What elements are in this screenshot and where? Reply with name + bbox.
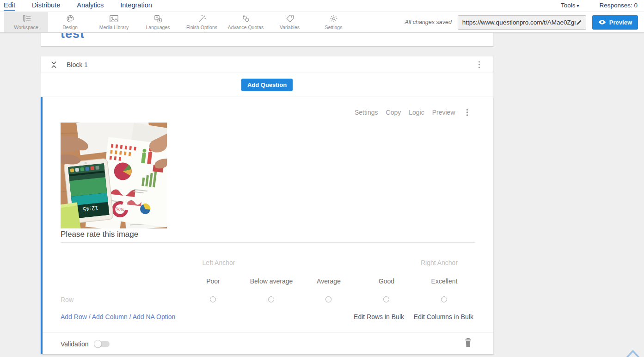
edit-columns-in-bulk-link[interactable]: Edit Columns in Bulk bbox=[414, 313, 473, 320]
chevron-down-icon: ▾ bbox=[577, 3, 579, 8]
column-header-excellent[interactable]: Excellent bbox=[431, 277, 458, 285]
nav-tab-analytics[interactable]: Analytics bbox=[77, 1, 104, 11]
add-column-link[interactable]: Add Column bbox=[92, 313, 128, 320]
toolbar-label: Advance Quotas bbox=[228, 25, 264, 30]
divider bbox=[43, 332, 493, 332]
responses-count[interactable]: Responses: 0 bbox=[599, 2, 638, 10]
block-header: Block 1 bbox=[41, 56, 493, 73]
radio-good[interactable] bbox=[383, 296, 389, 302]
nav-tab-distribute[interactable]: Distribute bbox=[32, 1, 60, 11]
radio-poor[interactable] bbox=[210, 296, 216, 302]
questionpro-survey-editor: { "nav": { "items": [ { "label": "Edit",… bbox=[0, 0, 644, 357]
question-settings-link[interactable]: Settings bbox=[355, 109, 378, 116]
toolbar-languages[interactable]: Languages bbox=[136, 12, 180, 32]
toggle-knob bbox=[94, 340, 102, 348]
toolbar-design[interactable]: Design bbox=[48, 12, 92, 32]
survey-title-card: test bbox=[41, 33, 493, 46]
left-anchor-field[interactable]: Left Anchor bbox=[202, 259, 235, 266]
preview-button[interactable]: Preview bbox=[592, 15, 638, 30]
question-image: 50% bbox=[61, 123, 167, 228]
question-prompt[interactable]: Please rate this image bbox=[61, 230, 138, 239]
toolbar-advance-quotas[interactable]: Advance Quotas bbox=[224, 12, 268, 32]
nav-tab-edit[interactable]: Edit bbox=[4, 1, 15, 11]
radio-excellent[interactable] bbox=[441, 296, 447, 302]
column-header-average[interactable]: Average bbox=[317, 277, 341, 285]
survey-editor-canvas: test Block 1 Add Question Settings Copy … bbox=[41, 33, 493, 354]
validation-row: Validation bbox=[61, 340, 110, 348]
toolbar-media-library[interactable]: Media Library bbox=[92, 12, 136, 32]
column-header-below-average[interactable]: Below average bbox=[250, 277, 293, 285]
toolbar-workspace[interactable]: Workspace bbox=[4, 12, 48, 32]
toolbar-right: All changes saved https://www.questionpr… bbox=[405, 12, 644, 32]
delete-question-icon[interactable] bbox=[465, 338, 472, 349]
column-header-poor[interactable]: Poor bbox=[206, 277, 220, 285]
survey-title[interactable]: test bbox=[61, 33, 493, 41]
pencil-icon[interactable] bbox=[576, 19, 583, 26]
toolbar-label: Languages bbox=[146, 25, 170, 30]
toolbar-settings[interactable]: Settings bbox=[312, 12, 356, 32]
row-label-field[interactable]: Row bbox=[61, 296, 74, 303]
separator: / bbox=[129, 313, 133, 320]
radio-average[interactable] bbox=[325, 296, 331, 302]
scroll-to-top-icon[interactable] bbox=[625, 348, 641, 357]
nav-items: Edit Distribute Analytics Integration bbox=[4, 1, 152, 11]
collapse-block-icon[interactable] bbox=[51, 61, 57, 69]
add-question-row: Add Question bbox=[41, 73, 493, 97]
question-actions: Settings Copy Logic Preview bbox=[355, 107, 469, 117]
palette-icon bbox=[66, 14, 75, 23]
right-anchor-field[interactable]: Right Anchor bbox=[421, 259, 458, 266]
add-options-links: Add Row / Add Column / Add NA Option bbox=[61, 313, 175, 320]
question-logic-link[interactable]: Logic bbox=[409, 109, 424, 116]
add-question-button[interactable]: Add Question bbox=[241, 79, 293, 91]
editor-toolbar: Workspace Design Media Library Languages… bbox=[0, 12, 644, 33]
radio-below-average[interactable] bbox=[268, 296, 274, 302]
preview-button-label: Preview bbox=[609, 19, 632, 26]
nav-tab-integration[interactable]: Integration bbox=[120, 1, 152, 11]
add-na-option-link[interactable]: Add NA Option bbox=[133, 313, 176, 320]
validation-label: Validation bbox=[61, 340, 88, 348]
toolbar-label: Variables bbox=[280, 25, 300, 30]
column-header-good[interactable]: Good bbox=[379, 277, 394, 285]
divider bbox=[61, 242, 475, 243]
nav-right: Tools▾ Responses: 0 bbox=[561, 2, 638, 10]
tools-menu[interactable]: Tools▾ bbox=[561, 2, 579, 10]
chain-links-icon bbox=[241, 14, 251, 23]
toolbar-label: Design bbox=[62, 25, 78, 30]
toolbar-label: Finish Options bbox=[186, 25, 217, 30]
translate-icon bbox=[153, 14, 163, 23]
gear-icon bbox=[329, 14, 338, 23]
survey-url-box[interactable]: https://www.questionpro.com/t/AMae0Zgn bbox=[458, 15, 586, 30]
toolbar-label: Workspace bbox=[14, 25, 38, 30]
block-menu-icon[interactable] bbox=[477, 60, 482, 70]
toolbar-finish-options[interactable]: Finish Options bbox=[180, 12, 224, 32]
toolbar-variables[interactable]: Variables bbox=[268, 12, 312, 32]
add-row-link[interactable]: Add Row bbox=[61, 313, 87, 320]
question-menu-icon[interactable] bbox=[465, 107, 470, 117]
wand-icon bbox=[197, 14, 207, 23]
edit-rows-in-bulk-link[interactable]: Edit Rows in Bulk bbox=[354, 313, 404, 320]
block-title[interactable]: Block 1 bbox=[67, 61, 88, 68]
separator: / bbox=[89, 313, 92, 320]
image-icon bbox=[109, 14, 119, 23]
question-copy-link[interactable]: Copy bbox=[386, 109, 401, 116]
survey-url-value[interactable]: https://www.questionpro.com/t/AMae0Zgn bbox=[462, 19, 576, 26]
tag-icon bbox=[285, 14, 294, 23]
workspace-icon bbox=[21, 14, 31, 23]
toolbar-label: Settings bbox=[325, 25, 343, 30]
save-status: All changes saved bbox=[405, 19, 451, 25]
eye-icon bbox=[598, 19, 606, 25]
toolbar-label: Media Library bbox=[99, 25, 129, 30]
question-card: Settings Copy Logic Preview bbox=[41, 97, 493, 354]
question-preview-link[interactable]: Preview bbox=[432, 109, 455, 116]
top-nav: Edit Distribute Analytics Integration To… bbox=[0, 0, 644, 12]
validation-toggle[interactable] bbox=[94, 341, 110, 347]
